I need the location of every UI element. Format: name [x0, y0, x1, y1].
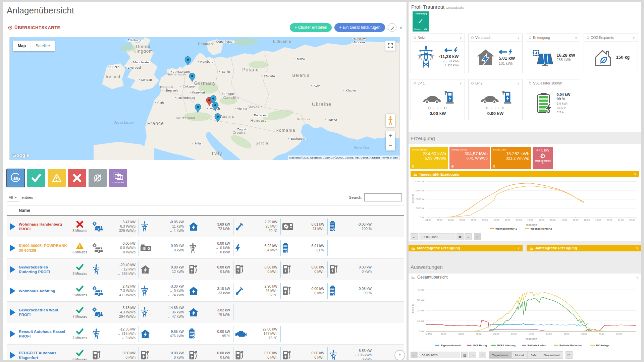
chevron-down-icon[interactable]: ∨ [575, 36, 577, 40]
metric-values: 0.00 kW0 kWh [292, 265, 324, 274]
next-day-button[interactable]: → [465, 233, 472, 240]
table-row: Renault Autohaus Kassel PROFI7 Minutes-1… [7, 323, 404, 345]
metric-cell-empty [233, 304, 281, 320]
card-main-value: 0.00 kW [487, 111, 503, 116]
card-verbrauch[interactable]: Verbrauch∨ 5,01 kW 101 kWh [468, 34, 523, 73]
city-label: Москва [354, 40, 365, 44]
metric-cell: 0.00 kW0 kWh [233, 261, 281, 278]
play-button[interactable] [10, 288, 15, 294]
chart-icon [529, 246, 533, 250]
svg-text:10:00: 10:00 [511, 333, 517, 335]
svg-text:NVP Bezug: NVP Bezug [473, 344, 487, 347]
pegman-control[interactable] [386, 114, 395, 127]
device-name-link[interactable]: Renault Autohaus Kassel PROFI [19, 329, 69, 339]
metric-values: 0.00 kW0 kWh [245, 351, 277, 360]
device-name-link[interactable]: Gewerbebetrieb Wald PROFI [19, 308, 69, 317]
metric-cell: 3.10 kW33 kWh [187, 283, 233, 299]
charge-icon [282, 286, 291, 296]
scroll-top-button[interactable]: ↑ [394, 350, 405, 360]
chevron-down-icon[interactable]: ∨ [517, 81, 520, 85]
filter-offline-button[interactable] [89, 169, 107, 187]
zoom-out-button[interactable]: − [386, 141, 395, 151]
stat-box-3: Ertrag Jahr 15.262 kWh 321,2 Wh/Wp ⚙ [491, 147, 531, 169]
play-button[interactable] [10, 352, 15, 359]
card-lp-2[interactable]: LP 2∨ ◇ - - - ◇ 0.00 kW [468, 79, 523, 120]
map-zoom-control[interactable]: + − [386, 131, 395, 150]
device-name-link[interactable]: Wohnhaus Handenberg PROFI [19, 222, 69, 231]
filter-error-button[interactable] [68, 169, 86, 187]
edit-button[interactable] [388, 23, 396, 32]
stat-label: Ertrag Heute [412, 148, 446, 151]
chevron-down-icon[interactable]: ∨ [634, 172, 637, 176]
card-co2-ersparnis[interactable]: CO2 Ersparnis∨ 150 kg [584, 34, 638, 73]
refresh-button[interactable]: ⟳ [566, 351, 573, 359]
card-ssl-esafer-10kwh[interactable]: SSL esafer 10kWh 0.04 kW 99 % 9.9 kWh 53… [526, 79, 580, 120]
tagesgrafik-bar[interactable]: Tagesgrafik Erzeugung∨ [411, 171, 639, 177]
play-button[interactable] [10, 266, 15, 273]
card-lp-1[interactable]: LP 1∨ ◇ - - - ◇ 0.00 kW [411, 79, 465, 120]
tab-jahr[interactable]: Jahr [527, 351, 540, 359]
play-button[interactable] [10, 309, 15, 316]
chevron-down-icon[interactable]: ∨ [633, 36, 635, 40]
chevron-down-icon[interactable]: ∨ [517, 246, 520, 250]
jahresgrafik-bar[interactable]: Jahresgrafik Erzeugung∨ [527, 245, 641, 251]
create-cluster-button[interactable]: + Cluster erstellen [290, 23, 332, 32]
monatsgrafik-bar[interactable]: Monatsgrafik Erzeugung∨ [409, 245, 523, 251]
tab-monat[interactable]: Monat [512, 351, 527, 359]
play-button[interactable] [10, 330, 15, 337]
search-input[interactable] [364, 193, 402, 201]
svg-text:11:00: 11:00 [505, 219, 511, 221]
metric-cell: 0.01 kW11 kWh [281, 219, 328, 235]
filter-cluster-button[interactable]: CLUSTER [109, 169, 127, 187]
battery-storage-icon [536, 93, 553, 114]
chevron-down-icon[interactable]: ∨ [460, 81, 462, 85]
map-type-control[interactable]: Map Satellite [13, 41, 55, 51]
calendar-icon[interactable]: ▦ [457, 233, 464, 240]
europe-map[interactable]: UnitedKingdomIrelandFranceGermanyPolandB… [10, 37, 400, 160]
status-warning-icon [76, 242, 84, 250]
date-field[interactable]: 06.05.2020 [419, 352, 460, 358]
chevron-down-icon[interactable]: ∨ [517, 36, 520, 40]
chevron-down-icon[interactable]: ∨ [636, 246, 639, 250]
bolt-icon [235, 244, 240, 252]
play-button[interactable] [10, 245, 15, 251]
metric-cell: 6.92 kW34 kWh [233, 240, 281, 256]
entries-select[interactable]: All▼ [7, 194, 19, 201]
status-tile[interactable]: 7 Minute(n) ✓ Status Ok [413, 11, 429, 32]
filter-all-button[interactable]: all [7, 169, 25, 187]
prev-day-button[interactable]: ← [411, 233, 418, 240]
date-field[interactable]: 07.05.2020 [419, 233, 455, 240]
chevron-down-icon[interactable]: ∨ [460, 36, 462, 40]
card-body: 5,01 kW 101 kWh [469, 42, 522, 72]
overview-map[interactable]: UnitedKingdomIrelandFranceGermanyPolandB… [9, 37, 400, 160]
next-day-button[interactable]: → [469, 352, 476, 358]
map-button[interactable]: Map [13, 41, 31, 51]
card-erzeugung[interactable]: Erzeugung∨ 16,28 kW 285 kWh [526, 34, 580, 73]
chevron-down-icon[interactable]: ∨ [636, 275, 639, 280]
tab-gesamtzeit[interactable]: Gesamtzeit [540, 351, 563, 359]
tab-tageskurve[interactable]: Tageskurve [489, 351, 512, 359]
satellite-button[interactable]: Satellite [31, 41, 55, 51]
fullscreen-button[interactable] [385, 41, 395, 51]
tagesgrafik-chart: 0 W5000 W10000 W15000 W20000 W04:0005:00… [411, 178, 639, 232]
chart-icon [411, 276, 415, 279]
metric-cell: 3.02 kW76 kWh [187, 304, 233, 320]
home-button[interactable]: ⌂ [479, 352, 486, 358]
card-netz[interactable]: Netz∨ -11,28 kW ⚡→ 41 kWh ←⚡ 226 kWh [411, 34, 465, 73]
calendar-icon[interactable]: ▦ [461, 352, 468, 358]
filter-ok-button[interactable] [27, 169, 45, 187]
device-name-link[interactable]: Wohnhaus Altötting [19, 289, 69, 293]
filter-warning-button[interactable] [48, 169, 66, 187]
collapse-chevron[interactable]: ∨ [399, 25, 402, 30]
device-name-link[interactable]: Gewerbebetrieb Ruderting PROFI [19, 265, 69, 274]
play-button[interactable] [10, 223, 15, 230]
add-device-button[interactable]: + Ein Gerät hinzufügen [334, 23, 385, 32]
device-name-link[interactable]: PEUGEOT Autohaus Klagenfurt [19, 351, 69, 360]
home-button[interactable]: ⌂ [474, 233, 481, 240]
zoom-in-button[interactable]: + [386, 131, 395, 141]
svg-text:40 kW: 40 kW [417, 288, 425, 291]
prev-day-button[interactable]: ← [411, 352, 418, 358]
name-column-header[interactable]: Name [19, 208, 69, 213]
gesamtuebersicht-bar[interactable]: Gesamtübersicht∨ [409, 274, 641, 281]
device-name-link[interactable]: 51909-00005; POWRBANK 30-60/208 [19, 243, 69, 253]
